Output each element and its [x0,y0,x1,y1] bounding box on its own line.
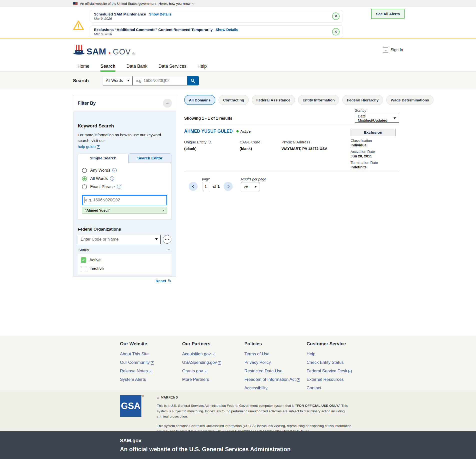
info-icon[interactable]: i [110,176,114,181]
simple-search-panel: Any Words i All Words i Exact Phrase i [78,163,171,219]
us-flag-icon [73,2,78,5]
footer-link-accessibility[interactable]: Accessibility [244,384,307,390]
detail-activation-date: Activation Date Jun 20, 2011 [351,150,399,158]
federal-org-select[interactable]: Enter Code or Name [78,235,161,244]
see-all-alerts-button[interactable]: See All Alerts [371,9,405,19]
footer-link-foia[interactable]: Freedom of Information Act↗ [244,375,307,384]
record-name-link[interactable]: AHMED YUSUF GULED [184,129,233,134]
footer-identity: SAM.gov An official website of the U.S. … [0,431,476,459]
sam-gov-logo[interactable]: SAM ★ GOV ® [73,44,134,56]
chip-remove-icon[interactable]: × [162,208,164,212]
gov-banner: An official website of the United States… [0,0,476,7]
footer-link-our-community[interactable]: Our Community↗ [120,358,182,367]
header: SAM ★ GOV ® ← Sign In [0,38,476,61]
footer-warning-band: GSA ® ⚠ WARNING This is a U.S. General S… [0,390,476,431]
gsa-logo: GSA ® [120,395,141,417]
checkbox-checked-icon[interactable]: ✓ [81,257,86,263]
gsa-registered-mark: ® [142,394,144,397]
detail-classification: Classification Individual [351,139,399,147]
close-icon[interactable]: ✕ [332,28,340,35]
nav-item-data-services[interactable]: Data Services [158,61,186,71]
domain-tab-all-domains[interactable]: All Domains [184,95,215,105]
field-physical-address: Physical Address WAYMART, PA 18472 USA [282,140,342,151]
checkbox-empty-icon[interactable] [81,266,86,271]
help-guide-link[interactable]: help guide↗ [78,144,100,149]
status-options: ✓ Active Inactive [78,254,171,275]
footer-links: Our Website About This Site Our Communit… [0,336,476,390]
results-per-page-select[interactable]: 25 [241,182,260,191]
radio-any-words[interactable] [82,168,87,173]
footer-link-external-resources[interactable]: External Resources [307,375,369,384]
footer-link-check-entity-status[interactable]: Check Entity Status [307,358,369,367]
warning-triangle-icon [73,12,84,38]
search-band: Search All Words [0,72,476,89]
search-mode-select[interactable]: All Words [103,76,133,85]
footer-link-system-alerts[interactable]: System Alerts [120,375,182,384]
alerts-band: Scheduled SAM Maintenance Show Details M… [0,7,476,38]
nav-item-search[interactable]: Search [100,61,115,71]
footer-link-about-this-site[interactable]: About This Site [120,350,182,358]
footer-link-help[interactable]: Help [307,350,369,358]
org-browse-button[interactable]: ··· [163,235,171,244]
domain-tab-federal-assistance[interactable]: Federal Assistance [252,95,295,105]
footer-link-federal-service-desk[interactable]: Federal Service Desk↗ [307,367,369,375]
alert-title: Exclusions “Additional Comments” Content… [94,27,213,32]
chevron-down-icon [192,2,194,4]
info-icon[interactable]: i [117,185,121,189]
domain-tab-wage-determinations[interactable]: Wage Determinations [386,95,434,105]
footer-col-policies: Policies Terms of Use Privacy Policy Res… [244,341,307,390]
keyword-search-input[interactable] [82,195,167,205]
detail-termination-date: Termination Date Indefinite [351,161,399,169]
global-search-input[interactable] [133,76,187,85]
footer-link-terms-of-use[interactable]: Terms of Use [244,350,307,358]
keyword-chip: "Ahmed Yusuf" × [82,207,167,214]
nav-item-data-bank[interactable]: Data Bank [126,61,147,71]
radio-exact-phrase[interactable] [82,184,87,189]
domain-tab-federal-hierarchy[interactable]: Federal Hierarchy [342,95,383,105]
search-submit-button[interactable] [187,76,199,85]
external-link-icon: ↗ [297,378,300,382]
footer-link-more-partners[interactable]: More Partners [182,375,244,384]
footer-link-acquisition-gov[interactable]: Acquisition.gov↗ [182,350,244,358]
divider [184,171,399,171]
close-icon[interactable]: ✕ [332,12,340,20]
sign-in-button[interactable]: ← Sign In [383,47,403,52]
footer-link-contact[interactable]: Contact [307,384,369,390]
warning-paragraph-2: This system contains Controlled Unclassi… [157,423,354,431]
footer-link-usaspending-gov[interactable]: USASpending.gov↗ [182,358,244,367]
sort-by-select[interactable]: Date Modified/Updated [355,114,399,123]
info-icon[interactable]: i [112,168,117,172]
status-inactive-option[interactable]: Inactive [81,266,168,271]
domain-tabs: All Domains Contracting Federal Assistan… [184,95,399,105]
footer-col-our-partners: Our Partners Acquisition.gov↗ USASpendin… [182,341,244,390]
keyword-search-heading: Keyword Search [78,123,171,129]
footer-link-grants-gov[interactable]: Grants.gov↗ [182,367,244,375]
external-link-icon: ↗ [204,370,207,373]
logo-star-icon: ★ [108,51,111,56]
warning-icon: ⚠ [157,395,159,400]
show-details-link[interactable]: Show Details [149,12,171,16]
results-per-page-label: results per page [241,177,266,181]
radio-all-words[interactable] [82,176,87,181]
logo-registered-mark: ® [132,52,135,56]
footer-link-restricted-data-use[interactable]: Restricted Data Use [244,367,307,375]
tab-simple-search[interactable]: Simple Search [78,153,128,163]
external-link-icon: ↗ [151,361,154,365]
collapse-filters-button[interactable]: − [163,99,172,108]
tab-search-editor[interactable]: Search Editor [128,153,171,163]
show-details-link[interactable]: Show Details [216,28,238,32]
external-link-icon: ↗ [97,145,100,149]
page-number-input[interactable] [202,182,209,191]
next-page-button[interactable] [224,182,233,191]
status-section-toggle[interactable]: Status [78,247,171,252]
reset-filters-button[interactable]: Reset ↻ [78,278,171,284]
prev-page-button[interactable] [189,182,198,191]
footer-link-release-notes[interactable]: Release Notes↗ [120,367,182,375]
domain-tab-contracting[interactable]: Contracting [219,95,249,105]
nav-item-help[interactable]: Help [197,61,207,71]
heres-how-you-know-link[interactable]: Here's how you know [158,2,194,5]
nav-item-home[interactable]: Home [77,61,89,71]
status-active-option[interactable]: ✓ Active [81,257,168,263]
domain-tab-entity-information[interactable]: Entity Information [298,95,339,105]
footer-link-privacy-policy[interactable]: Privacy Policy [244,358,307,367]
